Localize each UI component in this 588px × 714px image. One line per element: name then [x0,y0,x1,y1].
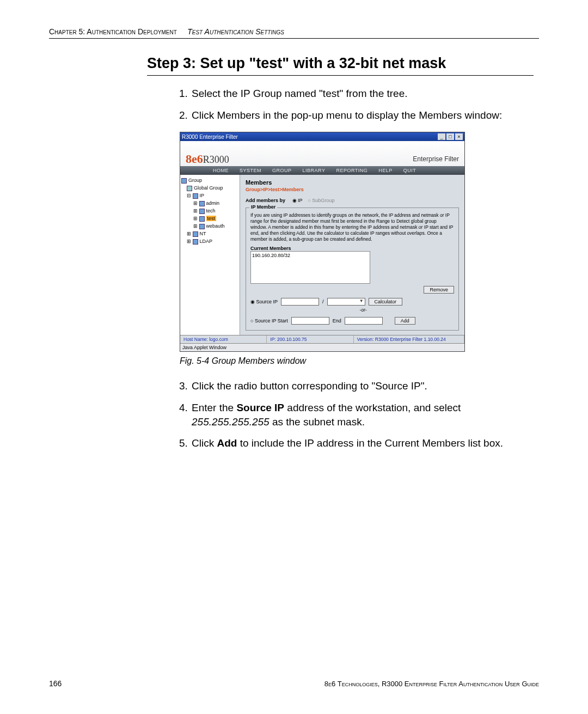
figure-caption: Fig. 5-4 Group Members window [180,356,534,366]
close-icon[interactable]: × [455,133,463,140]
end-label: End [333,318,341,324]
or-label: -or- [272,307,454,313]
java-applet-label: Java Applet Window [180,343,464,351]
tree-tech[interactable]: ⊞ tech [181,207,238,215]
menu-bar: HOME SYSTEM GROUP LIBRARY REPORTING HELP… [180,166,464,175]
ip-member-desc: If you are using IP addresses to identif… [250,212,454,242]
page-footer: 166 8e6 Technologies, R3000 Enterprise F… [49,679,539,688]
step-title: Step 3: Set up "test" with a 32-bit net … [147,55,534,76]
step-list: Select the IP Group named "test" from th… [191,87,534,122]
header-section: Test Authentication Settings [187,27,284,36]
netmask-dropdown[interactable] [327,298,365,306]
ip-member-legend: IP Member [249,204,277,210]
step-5: Click Add to include the IP address in t… [191,436,534,450]
step-list-cont: Click the radio button corresponding to … [191,379,534,450]
source-ip-field[interactable] [281,298,319,306]
brand-logo: 8e6R3000 [186,152,229,166]
calculator-button[interactable]: Calculator [369,298,403,306]
brand-bar: 8e6R3000 Enterprise Filter [180,141,464,166]
menu-library[interactable]: LIBRARY [303,168,326,173]
page-header: Chapter 5: Authentication Deployment Tes… [49,27,539,39]
menu-group[interactable]: GROUP [272,168,292,173]
menu-help[interactable]: HELP [378,168,393,173]
titlebar: R3000 Enterprise Filter _ □ × [180,132,464,141]
current-members-label: Current Members [250,246,454,251]
menu-home[interactable]: HOME [213,168,229,173]
remove-button[interactable]: Remove [424,286,454,294]
folder-icon [193,231,198,237]
ip-start-field[interactable] [291,317,329,325]
menu-reporting[interactable]: REPORTING [336,168,367,173]
maximize-icon[interactable]: □ [446,133,454,140]
menu-system[interactable]: SYSTEM [240,168,261,173]
panel-heading: Members [246,179,459,186]
step-1: Select the IP Group named "test" from th… [191,87,534,101]
header-chapter: Chapter 5: Authentication Deployment [49,27,177,36]
radio-ip[interactable]: ◉ IP [292,198,303,203]
status-ip: IP: 200.10.100.75 [267,335,353,343]
folder-icon [193,239,198,245]
step-3: Click the radio button corresponding to … [191,379,534,393]
tree-root[interactable]: Group [181,176,238,184]
radio-source-ip[interactable]: ◉ Source IP [250,299,278,304]
tree-panel: Group Global Group ⊟ IP ⊞ admin ⊞ tech ⊞… [180,175,240,335]
page-number: 166 [49,679,62,688]
ip-member-group: IP Member If you are using IP addresses … [246,208,459,331]
titlebar-text: R3000 Enterprise Filter [182,134,438,140]
status-host: Host Name: logo.com [180,335,267,343]
step-4: Enter the Source IP address of the works… [191,401,534,429]
folder-icon [199,201,205,206]
status-version: Version: R3000 Enterprise Filter 1.10.00… [354,335,464,343]
add-button[interactable]: Add [395,317,415,325]
add-members-row: Add members by ◉ IP ○ SubGroup [246,198,459,203]
radio-subgroup[interactable]: ○ SubGroup [308,198,334,203]
add-members-label: Add members by [246,198,285,203]
globe-icon [187,186,192,191]
list-item[interactable]: 190.160.20.80/32 [252,253,369,258]
folder-icon [199,209,205,214]
step-2: Click Members in the pop-up menu to disp… [191,108,534,123]
tree-admin[interactable]: ⊞ admin [181,199,238,207]
main-panel: Members Group>IP>test>Members Add member… [240,175,464,335]
brand-suffix: R3000 [203,154,229,165]
radio-source-ip-start[interactable]: ○ Source IP Start [250,318,288,324]
brand-prefix: 8e6 [186,152,203,166]
breadcrumb: Group>IP>test>Members [246,187,459,192]
brand-subtitle: Enterprise Filter [413,155,459,166]
folder-icon [199,216,205,222]
tree-test[interactable]: ⊞ test [181,215,238,222]
current-members-list[interactable]: 190.160.20.80/32 [250,251,370,284]
tree-webauth[interactable]: ⊞ webauth [181,222,238,230]
footer-line: 8e6 Technologies, R3000 Enterprise Filte… [324,680,539,688]
tree-ldap[interactable]: ⊞ LDAP [181,237,238,245]
ip-end-field[interactable] [345,317,383,325]
app-window: R3000 Enterprise Filter _ □ × 8e6R3000 E… [180,132,465,352]
screenshot-figure: R3000 Enterprise Filter _ □ × 8e6R3000 E… [180,132,534,352]
menu-quit[interactable]: QUIT [403,168,416,173]
slash-label: / [322,299,324,304]
group-icon [181,178,187,184]
folder-icon [199,224,205,229]
tree-ip[interactable]: ⊟ IP [181,192,238,199]
tree-nt[interactable]: ⊞ NT [181,230,238,237]
minimize-icon[interactable]: _ [438,133,445,140]
tree-global-group[interactable]: Global Group [181,184,238,192]
status-bar: Host Name: logo.com IP: 200.10.100.75 Ve… [180,335,464,343]
folder-icon [193,193,198,199]
